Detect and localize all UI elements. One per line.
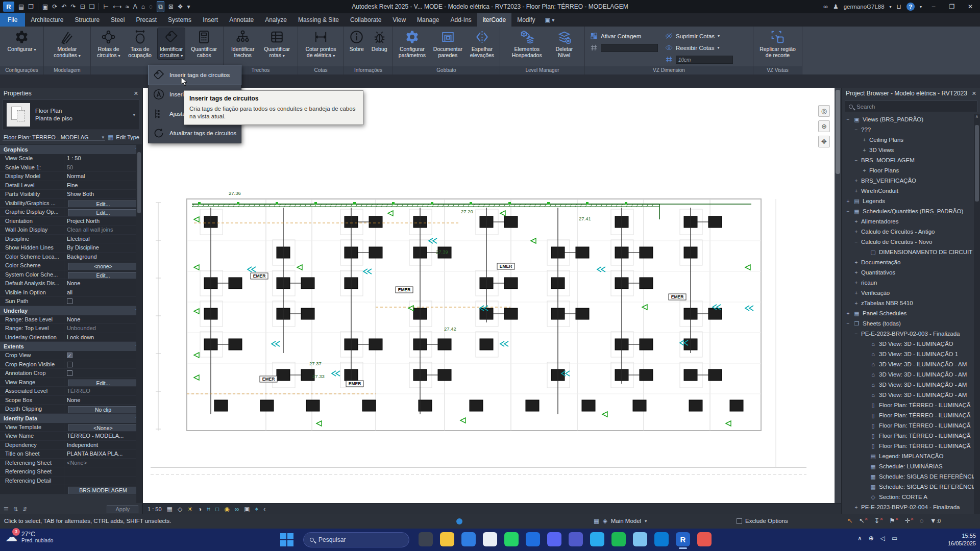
properties-scrollbar[interactable] (136, 145, 142, 503)
tab-massing-site[interactable]: Massing & Site (292, 13, 345, 27)
tree-item-floor-plans[interactable]: +Floor Plans (842, 165, 980, 176)
tree-item-3d-view-3d-iluminacao-am[interactable]: ⌂3D View: 3D - ILUMINAÇÃO - AM (842, 369, 980, 380)
network-icon[interactable]: ⊕ (869, 535, 874, 542)
tree-item-sheets-todas[interactable]: −❐Sheets (todas) (842, 318, 980, 329)
close-hidden-icon[interactable]: ⊠ (168, 2, 174, 12)
sync-status-icon[interactable] (456, 518, 462, 524)
tree-item-pe-e-2023-brvp-02-004-finalizada[interactable]: +PE-E-2023-BRVP-02-004 - Finalizada (842, 502, 980, 512)
collapse-icon[interactable]: ‹ (263, 506, 265, 513)
expander-icon[interactable]: + (853, 219, 859, 224)
ribbon-button-rotas-de-circuitos[interactable]: Rotas decircuitos ▾ (95, 28, 122, 59)
tree-item-3d-view-3d-iluminacao-am[interactable]: ⌂3D View: 3D - ILUMINAÇÃO - AM (842, 380, 980, 390)
taskbar-app-spotify[interactable] (611, 532, 626, 546)
exclude-flag-icon[interactable]: ⚑✕ (889, 517, 898, 524)
move-nearby-icon[interactable]: ✛✕ (904, 517, 914, 524)
tab-manage[interactable]: Manage (411, 13, 445, 27)
ribbon-button-quantificar-cabos[interactable]: Quantificarcabos (189, 28, 219, 58)
taskbar-search-input[interactable]: Pesquisar (303, 532, 409, 547)
spline-icon[interactable]: ≈ (126, 2, 129, 12)
tree-item-floor-plan-terreo-iluminaca[interactable]: ▯Floor Plan: TÉRREO - ILUMINAÇÃ (842, 441, 980, 451)
search-icon[interactable]: ∞ (823, 2, 828, 12)
steering-wheel-icon[interactable]: ◎ (818, 105, 830, 117)
tab-file[interactable]: File (0, 13, 25, 27)
edit-type-button[interactable]: Edit Type (116, 134, 139, 140)
taskbar-app-browser[interactable] (697, 532, 712, 546)
tab-itercode[interactable]: iterCode (477, 13, 511, 27)
expander-icon[interactable]: + (853, 188, 859, 194)
expander-icon[interactable]: + (853, 229, 859, 235)
ribbon-button-configurar[interactable]: Configurar ▾ (6, 28, 38, 53)
open-icon[interactable]: ❒ (28, 2, 34, 12)
analytical-model-icon[interactable]: ⌖ (255, 506, 259, 513)
tree-item-quantitativos[interactable]: +Quantitativos (842, 267, 980, 278)
worksharing-display-icon[interactable]: ▣ (244, 506, 250, 513)
select-by-link-icon[interactable]: ↖ (847, 517, 853, 524)
taskbar-app-teams[interactable] (569, 532, 583, 546)
measure-icon[interactable]: ⊢ (103, 2, 108, 12)
expander-icon[interactable]: − (845, 209, 851, 214)
ribbon-button-cotar-pontos-de-eletrica[interactable]: Cotar pontosde elétrica ▾ (303, 28, 338, 59)
tab-insert[interactable]: Insert (197, 13, 224, 27)
expander-icon[interactable]: − (853, 127, 859, 133)
taskbar-app-revit[interactable]: R (676, 532, 690, 546)
undo-icon[interactable]: ↶ (62, 2, 67, 12)
reexibir-cotas-button[interactable]: Reexibir Cotas▾ (665, 43, 733, 53)
ribbon-button-replicar-regiao-de-recorte[interactable]: Replicar regiãode recorte (757, 28, 798, 58)
taskbar-app-photos[interactable] (419, 532, 433, 546)
temporary-hide-isolate-icon[interactable]: ∞ (235, 506, 239, 513)
expander-icon[interactable]: − (853, 239, 859, 245)
tree-item-panel-schedules[interactable]: +▦Panel Schedules (842, 308, 980, 318)
sun-path-icon[interactable]: ☀ (187, 506, 193, 513)
menu-item-atualizar-tags-de-circuitos[interactable]: Atualizar tags de circuitos (149, 123, 241, 143)
tree-item-alimentadores[interactable]: +Alimentadores (842, 216, 980, 227)
properties-section-underlay[interactable]: Underlay⌃ (0, 306, 142, 315)
expander-icon[interactable]: + (853, 280, 859, 286)
tree-item-verificacao[interactable]: +Verificação (842, 288, 980, 298)
tree-item-schedule-siglas-de-referencia[interactable]: ▦Schedule: SIGLAS DE REFERÊNCIA (842, 482, 980, 492)
menu-item-inserir-tags-de-circuitos[interactable]: Inserir tags de circuitos (149, 65, 241, 85)
cotagem-value-input[interactable] (601, 44, 658, 52)
pan-icon[interactable]: ✥ (818, 136, 830, 147)
revit-logo[interactable]: R (3, 2, 14, 12)
tree-item-calculo-de-circuitos-novo[interactable]: −Calculo de Circuitos - Novo (842, 237, 980, 247)
taskbar-app-edge[interactable] (461, 532, 476, 546)
expander-icon[interactable]: + (853, 290, 859, 296)
ribbon-button-taxa-de-ocupacao[interactable]: Taxa deocupação (126, 28, 154, 58)
expander-icon[interactable]: + (853, 270, 859, 276)
ribbon-button-modelar-conduites[interactable]: Modelarconduítes ▾ (52, 28, 82, 59)
taskbar-clock[interactable]: 15:55 16/05/2025 (940, 532, 976, 547)
tree-item-brs-modelagem[interactable]: −BRS_MODELAGEM (842, 155, 980, 165)
ribbon-button-espelhar-elevacoes[interactable]: Espelharelevações (468, 28, 496, 58)
tab-architecture[interactable]: Architecture (25, 13, 69, 27)
aligned-dimension-icon[interactable]: ⟷ (113, 2, 121, 12)
apply-button[interactable]: Apply (107, 505, 138, 513)
taskbar-app-discord[interactable] (547, 532, 561, 546)
ribbon-button-elementos-hospedados[interactable]: ElementosHospedados (510, 28, 544, 58)
expander-icon[interactable]: − (845, 117, 851, 122)
tree-item-item[interactable]: −??? (842, 124, 980, 135)
browser-search-input[interactable]: Search (845, 101, 977, 112)
close-icon[interactable]: ✕ (134, 90, 138, 97)
modify-panel-icon[interactable]: ▣ ▾ (541, 13, 559, 27)
tab-view[interactable]: View (387, 13, 411, 27)
tab-add-ins[interactable]: Add-Ins (445, 13, 477, 27)
tab-collaborate[interactable]: Collaborate (345, 13, 387, 27)
tree-item-calculo-de-circuitos-antigo[interactable]: +Calculo de Circuitos - Antigo (842, 227, 980, 237)
zoom-icon[interactable]: ⊕ (818, 120, 830, 132)
browser-scrollbar[interactable]: ∧ (974, 114, 980, 514)
chevron-up-icon[interactable]: ∧ (857, 535, 862, 542)
expander-icon[interactable]: + (862, 168, 867, 173)
expander-icon[interactable]: − (853, 331, 859, 337)
taskbar-app-vscode[interactable] (654, 532, 669, 546)
minimize-button[interactable]: – (927, 3, 940, 10)
tree-item-floor-plan-terreo-iluminaca[interactable]: ▯Floor Plan: TÉRREO - ILUMINAÇÃ (842, 431, 980, 441)
ribbon-button-quantificar-rotas[interactable]: Quantificarrotas ▾ (262, 28, 292, 59)
tab-modify[interactable]: Modify (511, 13, 541, 27)
properties-help-icon[interactable]: ☰ (4, 506, 9, 513)
tree-item-schedule-luminarias[interactable]: ▦Schedule: LUMINÁRIAS (842, 461, 980, 471)
drawing-area[interactable]: EMEREMEREMEREMEREMEREMER27.3627.2027.412… (143, 88, 841, 514)
shadows-icon[interactable]: ◑ (198, 506, 202, 513)
preview-icon[interactable]: ❏ (89, 2, 95, 12)
worksets-icon[interactable]: ▦ (594, 517, 599, 524)
taskbar-app-telegram[interactable] (590, 532, 604, 546)
